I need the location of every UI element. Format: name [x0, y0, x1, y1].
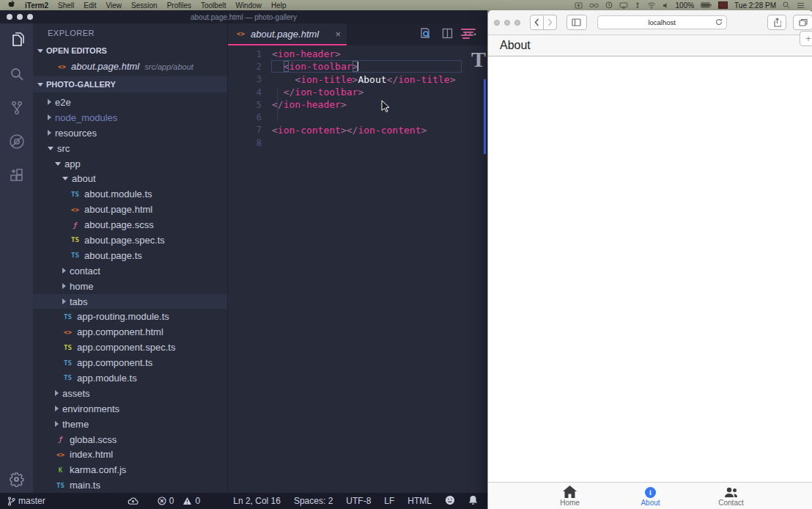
- warnings-status[interactable]: 0: [182, 496, 200, 506]
- back-button[interactable]: [530, 15, 544, 30]
- sidebar-toggle-button[interactable]: [566, 15, 587, 30]
- open-preview-icon[interactable]: [419, 27, 431, 42]
- menu-item-iterm2[interactable]: iTerm2: [25, 1, 48, 10]
- safari-traffic-lights[interactable]: [488, 20, 520, 26]
- tree-folder-e2e[interactable]: e2e: [33, 95, 227, 110]
- code-line-3[interactable]: 3 <ion-title>About</ion-title>: [228, 73, 487, 86]
- code-line-7[interactable]: 7<ion-content></ion-content>: [228, 124, 487, 136]
- reload-icon[interactable]: [715, 18, 723, 27]
- git-branch-status[interactable]: master: [7, 496, 45, 506]
- code-line-2[interactable]: 2 <ion-toolbar>: [228, 60, 487, 73]
- tree-file-karma.conf.js[interactable]: Kkarma.conf.js: [33, 462, 227, 477]
- tree-folder-app[interactable]: app: [33, 156, 227, 172]
- code-editor[interactable]: 1<ion-header>2 <ion-toolbar>3 <ion-title…: [228, 45, 487, 149]
- menu-item-window[interactable]: Window: [235, 1, 262, 10]
- menu-item-session[interactable]: Session: [131, 1, 158, 10]
- tree-file-main.ts[interactable]: TSmain.ts: [33, 477, 227, 493]
- wifi-icon[interactable]: [647, 2, 656, 9]
- code-line-5[interactable]: 5</ion-header>: [228, 98, 487, 111]
- status-segment-ln-2-col-16[interactable]: Ln 2, Col 16: [233, 496, 281, 506]
- tree-folder-theme[interactable]: theme: [33, 417, 227, 432]
- tree-file-global.scss[interactable]: ƒglobal.scss: [33, 432, 227, 447]
- tree-file-about.module.ts[interactable]: TSabout.module.ts: [33, 186, 227, 202]
- tree-folder-node_modules[interactable]: node_modules: [33, 110, 227, 125]
- tree-file-app.component.spec.ts[interactable]: TSapp.component.spec.ts: [33, 340, 227, 355]
- debug-icon[interactable]: [0, 125, 33, 158]
- tree-folder-contact[interactable]: contact: [33, 263, 227, 279]
- notifications-bell-icon[interactable]: [468, 495, 478, 508]
- keyboard-icon[interactable]: [635, 1, 641, 9]
- menu-item-toolbelt[interactable]: Toolbelt: [201, 1, 226, 10]
- close-tab-icon[interactable]: ×: [335, 29, 341, 40]
- tree-folder-resources[interactable]: resources: [33, 125, 227, 141]
- menu-item-profiles[interactable]: Profiles: [167, 1, 191, 10]
- status-segment-html[interactable]: HTML: [407, 496, 432, 506]
- tab-about-page-html[interactable]: <> about.page.html ×: [228, 23, 347, 45]
- scrollbar-thumb[interactable]: [484, 79, 486, 154]
- vscode-title-bar[interactable]: about.page.html — photo-gallery: [0, 10, 487, 23]
- close-window-button[interactable]: [494, 20, 500, 26]
- tree-file-app.module.ts[interactable]: TSapp.module.ts: [33, 370, 227, 386]
- split-editor-icon[interactable]: [442, 28, 453, 42]
- tree-folder-about[interactable]: about: [33, 171, 227, 186]
- open-editors-section[interactable]: OPEN EDITORS: [33, 43, 227, 59]
- editor-pane[interactable]: <> about.page.html × ··· 1<ion-header>2 …: [227, 23, 487, 493]
- tree-file-app.component.html[interactable]: <>app.component.html: [33, 324, 227, 340]
- status-segment-utf-8[interactable]: UTF-8: [346, 496, 371, 506]
- menu-item-help[interactable]: Help: [271, 1, 287, 10]
- status-segment-lf[interactable]: LF: [384, 496, 394, 506]
- menu-item-shell[interactable]: Shell: [58, 1, 74, 10]
- clock-status-icon[interactable]: [605, 1, 613, 9]
- glasses-icon[interactable]: [589, 2, 599, 8]
- minimize-window-button[interactable]: [504, 20, 510, 26]
- extensions-icon[interactable]: [0, 158, 33, 192]
- settings-gear-icon[interactable]: [0, 472, 33, 487]
- explorer-icon[interactable]: [0, 23, 33, 57]
- forward-button[interactable]: [544, 15, 557, 30]
- sync-status[interactable]: [128, 497, 139, 505]
- tree-folder-assets[interactable]: assets: [33, 386, 227, 401]
- tree-file-about.page.ts[interactable]: TSabout.page.ts: [33, 248, 227, 263]
- search-icon[interactable]: [0, 57, 33, 91]
- ion-tab-home[interactable]: Home: [530, 483, 610, 509]
- ion-tab-about[interactable]: iAbout: [610, 483, 691, 509]
- tree-file-index.html[interactable]: <>index.html: [33, 447, 227, 462]
- open-editor-item[interactable]: <> about.page.html src/app/about: [33, 59, 227, 74]
- tree-file-app-routing.module.ts[interactable]: TSapp-routing.module.ts: [33, 309, 227, 324]
- spotlight-icon[interactable]: [783, 1, 790, 9]
- new-tab-button[interactable]: +: [800, 31, 812, 46]
- tab-overview-button[interactable]: [793, 15, 812, 30]
- ion-tab-contact[interactable]: Contact: [691, 483, 772, 509]
- tree-folder-src[interactable]: src: [33, 141, 227, 156]
- address-bar[interactable]: localhost: [597, 15, 727, 29]
- tree-file-app.component.ts[interactable]: TSapp.component.ts: [33, 355, 227, 370]
- battery-icon[interactable]: [701, 2, 712, 8]
- feedback-smiley-icon[interactable]: [445, 495, 455, 508]
- airplay-display-icon[interactable]: [619, 2, 628, 9]
- code-line-8[interactable]: 8: [228, 136, 487, 149]
- status-segment-spaces-2[interactable]: Spaces: 2: [294, 496, 333, 506]
- apple-menu-icon[interactable]: [7, 0, 15, 10]
- source-control-icon[interactable]: [0, 91, 33, 125]
- errors-status[interactable]: 0: [158, 496, 174, 506]
- tree-folder-home[interactable]: home: [33, 279, 227, 294]
- code-line-1[interactable]: 1<ion-header>: [228, 48, 487, 60]
- tree-file-about.page.spec.ts[interactable]: TSabout.page.spec.ts: [33, 232, 227, 248]
- zoom-window-button[interactable]: [514, 20, 520, 26]
- share-button[interactable]: [767, 15, 787, 30]
- menu-clock[interactable]: Tue 2:28 PM: [734, 1, 776, 10]
- menu-item-edit[interactable]: Edit: [84, 1, 96, 10]
- tree-folder-environments[interactable]: environments: [33, 401, 227, 417]
- input-flag-icon[interactable]: [718, 1, 728, 9]
- tree-file-about.page.scss[interactable]: ƒabout.page.scss: [33, 217, 227, 232]
- code-line-4[interactable]: 4 </ion-toolbar>: [228, 86, 487, 98]
- menu-item-view[interactable]: View: [106, 1, 122, 10]
- screen-recording-icon[interactable]: [575, 2, 583, 9]
- tree-folder-tabs[interactable]: tabs: [33, 294, 227, 310]
- notification-center-icon[interactable]: [797, 2, 805, 9]
- volume-icon[interactable]: [662, 2, 669, 9]
- code-line-6[interactable]: 6: [228, 111, 487, 123]
- minimap[interactable]: [461, 29, 477, 40]
- project-section-header[interactable]: PHOTO-GALLERY: [33, 76, 227, 92]
- tree-file-about.page.html[interactable]: <>about.page.html: [33, 202, 227, 217]
